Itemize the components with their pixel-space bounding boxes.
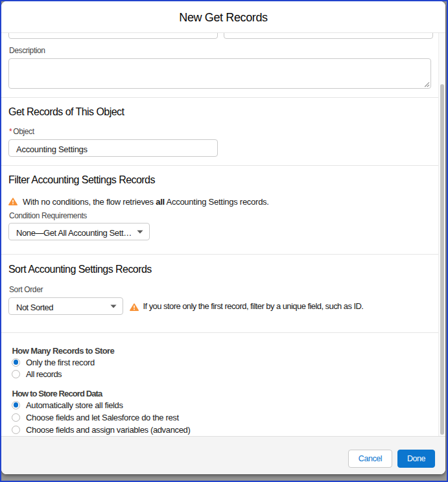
no-conditions-warning: With no conditions, the flow retrieves a… bbox=[8, 198, 269, 207]
object-input-value: Accounting Settings bbox=[9, 141, 217, 157]
sort-order-value: Not Sorted bbox=[9, 299, 106, 316]
radio-choose-fields-salesforce[interactable]: Choose fields and let Salesforce do the … bbox=[12, 413, 179, 422]
how-many-records-label: How Many Records to Store bbox=[12, 347, 115, 355]
radio-button[interactable] bbox=[12, 426, 20, 434]
chevron-down-icon bbox=[110, 304, 117, 308]
radio-choose-fields-advanced[interactable]: Choose fields and assign variables (adva… bbox=[12, 425, 190, 434]
description-textarea[interactable] bbox=[8, 58, 431, 89]
done-button[interactable]: Done bbox=[397, 450, 435, 468]
required-asterisk: * bbox=[9, 127, 12, 136]
scrollbar-thumb[interactable] bbox=[440, 84, 444, 435]
scrollbar-track[interactable] bbox=[438, 33, 445, 436]
chevron-down-icon bbox=[137, 230, 143, 234]
condition-requirements-dropdown[interactable]: None—Get All Accounting Sett… bbox=[8, 223, 150, 240]
radio-button[interactable] bbox=[12, 370, 20, 378]
sort-order-dropdown[interactable]: Not Sorted bbox=[8, 297, 123, 315]
radio-button[interactable] bbox=[12, 413, 20, 422]
sort-order-label: Sort Order bbox=[9, 285, 43, 294]
object-input[interactable]: Accounting Settings bbox=[8, 139, 218, 157]
warning-icon bbox=[8, 198, 18, 206]
new-get-records-modal: New Get Records Description Get Records … bbox=[1, 1, 445, 474]
radio-all-records[interactable]: All records bbox=[12, 369, 62, 378]
how-to-store-label: How to Store Record Data bbox=[12, 389, 102, 398]
object-section-heading: Get Records of This Object bbox=[8, 106, 124, 119]
filter-section-heading: Filter Accounting Settings Records bbox=[8, 174, 155, 187]
condition-requirements-label: Condition Requirements bbox=[9, 211, 87, 220]
modal-footer: Cancel Done bbox=[1, 436, 445, 474]
modal-body: Description Get Records of This Object *… bbox=[1, 33, 445, 436]
radio-automatically-store[interactable]: Automatically store all fields bbox=[12, 400, 123, 409]
resize-handle-icon[interactable] bbox=[424, 82, 430, 87]
section-divider bbox=[1, 97, 445, 98]
radio-button[interactable] bbox=[12, 358, 20, 367]
condition-requirements-value: None—Get All Accounting Sett… bbox=[9, 225, 133, 241]
api-name-input[interactable] bbox=[224, 33, 433, 39]
radio-button[interactable] bbox=[12, 401, 20, 409]
first-record-warning: If you store only the first record, filt… bbox=[130, 303, 363, 312]
section-divider bbox=[1, 254, 445, 255]
description-label: Description bbox=[9, 46, 45, 55]
label-input[interactable] bbox=[8, 33, 218, 39]
modal-title: New Get Records bbox=[1, 1, 445, 33]
radio-only-first-record[interactable]: Only the first record bbox=[12, 358, 95, 367]
section-divider bbox=[1, 332, 445, 333]
section-divider bbox=[1, 165, 445, 166]
object-label: *Object bbox=[9, 127, 34, 136]
cancel-button[interactable]: Cancel bbox=[348, 450, 392, 468]
modal-header: New Get Records bbox=[1, 1, 445, 33]
sort-section-heading: Sort Accounting Settings Records bbox=[8, 263, 152, 276]
warning-icon bbox=[130, 303, 139, 312]
